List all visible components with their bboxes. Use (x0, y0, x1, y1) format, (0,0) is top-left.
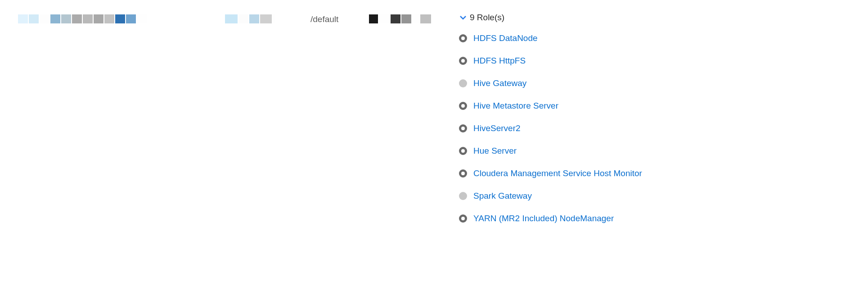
role-link[interactable]: HDFS DataNode (473, 33, 538, 43)
role-item: Hue Server (459, 140, 642, 162)
redacted-segment (126, 14, 136, 23)
role-link[interactable]: YARN (MR2 Included) NodeManager (473, 214, 614, 223)
chevron-down-icon (459, 14, 467, 22)
redacted-segment (29, 14, 39, 23)
host-row: /default 9 Role(s) HDFS DataNodeHDFS Htt… (0, 0, 868, 230)
status-stopped-icon (459, 147, 467, 155)
roles-list: HDFS DataNodeHDFS HttpFSHive GatewayHive… (459, 27, 642, 230)
status-none-icon (459, 79, 467, 87)
role-link[interactable]: Hive Metastore Server (473, 101, 558, 111)
health-cell (369, 13, 459, 23)
role-link[interactable]: Cloudera Management Service Host Monitor (473, 168, 642, 178)
redacted-segment (50, 14, 60, 23)
redacted-segment (369, 14, 378, 23)
redacted-segment (94, 14, 103, 23)
redacted-segment (137, 14, 147, 23)
redacted-segment (249, 14, 259, 23)
role-item: HiveServer2 (459, 117, 642, 140)
redacted-segment (225, 14, 238, 23)
redacted-segment (260, 14, 272, 23)
status-none-icon (459, 192, 467, 200)
redacted-segment (72, 14, 82, 23)
status-stopped-icon (459, 124, 467, 132)
redacted-segment (40, 14, 49, 23)
role-link[interactable]: Hue Server (473, 146, 517, 156)
status-stopped-icon (459, 169, 467, 178)
ip-cell (225, 13, 310, 23)
role-link[interactable]: HDFS HttpFS (473, 56, 526, 66)
status-stopped-icon (459, 34, 467, 42)
role-item: Hive Metastore Server (459, 95, 642, 117)
rack-text: /default (310, 14, 338, 24)
redacted-segment (104, 14, 114, 23)
role-item: Spark Gateway (459, 185, 642, 207)
redacted-segment (61, 14, 71, 23)
role-link[interactable]: Spark Gateway (473, 191, 532, 201)
status-stopped-icon (459, 102, 467, 110)
redacted-segment (401, 14, 411, 23)
redacted-segment (115, 14, 125, 23)
status-stopped-icon (459, 214, 467, 223)
role-item: YARN (MR2 Included) NodeManager (459, 207, 642, 230)
role-link[interactable]: HiveServer2 (473, 123, 521, 133)
redacted-segment (273, 14, 275, 23)
redacted-segment (420, 14, 431, 23)
status-stopped-icon (459, 57, 467, 65)
roles-count-label: 9 Role(s) (470, 13, 504, 23)
roles-cell: 9 Role(s) HDFS DataNodeHDFS HttpFSHive G… (459, 13, 642, 230)
role-link[interactable]: Hive Gateway (473, 78, 526, 88)
role-item: HDFS DataNode (459, 27, 642, 50)
redacted-segment (238, 14, 248, 23)
role-item: Cloudera Management Service Host Monitor (459, 162, 642, 185)
redacted-segment (83, 14, 93, 23)
redacted-segment (18, 14, 28, 23)
hostname-cell[interactable] (18, 13, 225, 23)
role-item: HDFS HttpFS (459, 50, 642, 72)
role-item: Hive Gateway (459, 72, 642, 95)
redacted-segment (391, 14, 400, 23)
redacted-segment (412, 14, 419, 23)
redacted-segment (379, 14, 390, 23)
rack-cell: /default (310, 13, 369, 24)
roles-toggle[interactable]: 9 Role(s) (459, 13, 642, 27)
